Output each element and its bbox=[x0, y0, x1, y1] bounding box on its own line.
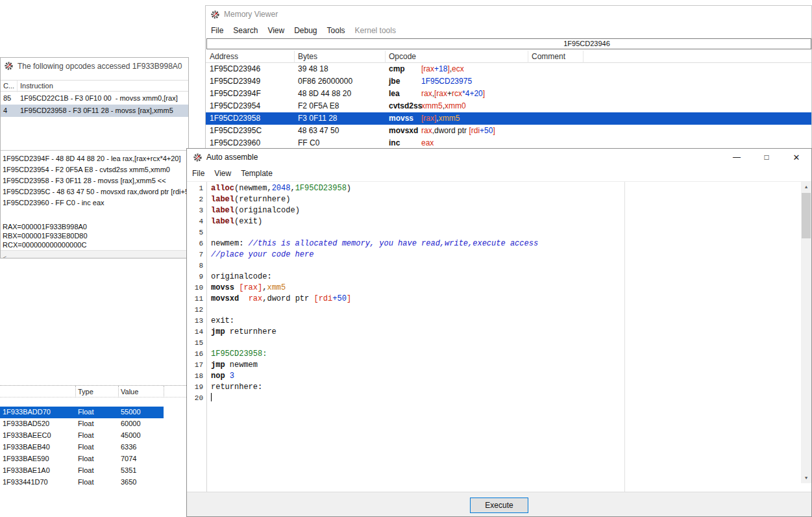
cell-type: Float bbox=[78, 466, 93, 474]
maximize-button[interactable]: □ bbox=[752, 149, 781, 166]
code-line: nop 3 bbox=[211, 371, 798, 382]
code-token: movss bbox=[211, 283, 234, 292]
table-row[interactable]: 1F933BAEEC0Float45000 bbox=[0, 430, 189, 442]
disasm-operands: xmm5,xmm0 bbox=[421, 101, 466, 110]
column-separator bbox=[583, 51, 584, 63]
disasm-row[interactable]: 1F95CD2395C48 63 47 50movsxdrax,dword pt… bbox=[206, 125, 811, 137]
horizontal-scrollbar[interactable]: < bbox=[1, 250, 188, 258]
code-line: originalcode: bbox=[211, 271, 798, 283]
menu-item-template[interactable]: Template bbox=[241, 169, 273, 178]
table-row[interactable]: 1F933BADD70Float55000 bbox=[0, 407, 189, 418]
menu-item-kernel-tools[interactable]: Kernel tools bbox=[355, 26, 396, 35]
desktop: Memory Viewer FileSearchViewDebugToolsKe… bbox=[0, 0, 812, 517]
menu-item-search[interactable]: Search bbox=[233, 26, 258, 35]
disasm-bytes: 39 48 18 bbox=[298, 64, 328, 73]
context-line: 1F95CD23958 - F3 0F11 28 - movss [rax],x… bbox=[1, 175, 188, 186]
code-line: movss [rax],xmm5 bbox=[211, 283, 798, 294]
column-separator bbox=[385, 51, 386, 63]
code-token: ,dword ptr bbox=[262, 294, 314, 303]
code-token: returnhere: bbox=[211, 383, 262, 392]
code-token: jmp bbox=[211, 360, 225, 370]
disasm-row[interactable]: 1F95CD239490F86 26000000jbe1F95CD23975 bbox=[206, 75, 811, 88]
menu-item-debug[interactable]: Debug bbox=[294, 26, 317, 35]
opcode-instruction: 1F95CD22C1B - F3 0F10 00 - movss xmm0,[r… bbox=[20, 94, 178, 102]
register-line: RCX=000000000000000C bbox=[3, 240, 88, 249]
scroll-down-arrow-icon[interactable]: ▼ bbox=[801, 473, 811, 483]
line-number: 5 bbox=[187, 227, 206, 238]
column-header-value[interactable]: Value bbox=[121, 388, 138, 396]
table-row[interactable]: 1F933BAD520Float60000 bbox=[0, 418, 189, 430]
assembly-editor[interactable]: 1234567891011121314151617181920 alloc(ne… bbox=[187, 181, 811, 493]
disasm-address: 1F95CD2395C bbox=[210, 126, 262, 135]
cell-type: Float bbox=[78, 455, 93, 462]
disasm-row[interactable]: 1F95CD23954F2 0F5A E8cvtsd2ssxmm5,xmm0 bbox=[206, 100, 811, 112]
line-number: 2 bbox=[187, 194, 206, 205]
cell-type: Float bbox=[78, 431, 93, 439]
code-token: *4+20 bbox=[462, 89, 483, 98]
memory-viewer-titlebar[interactable]: Memory Viewer bbox=[206, 6, 811, 23]
disasm-operands: rax,dword ptr [rdi+50] bbox=[421, 126, 495, 135]
code-token: rax bbox=[421, 126, 432, 135]
opcode-list-rows: 851F95CD22C1B - F3 0F10 00 - movss xmm0,… bbox=[1, 92, 188, 117]
cell-address: 1F933441D70 bbox=[3, 478, 48, 486]
code-line: movsxd rax,dword ptr [rdi+50] bbox=[211, 294, 798, 305]
line-number: 11 bbox=[187, 294, 206, 305]
disasm-row[interactable]: 1F95CD2394F48 8D 44 88 20learax,[rax+rcx… bbox=[206, 88, 811, 100]
menu-item-view[interactable]: View bbox=[267, 26, 284, 35]
menu-item-file[interactable]: File bbox=[192, 169, 204, 178]
code-token bbox=[239, 294, 248, 303]
line-number: 9 bbox=[187, 271, 206, 283]
execute-button[interactable]: Execute bbox=[470, 498, 528, 513]
cell-value: 5351 bbox=[121, 466, 136, 474]
opcode-list-row[interactable]: 41F95CD23958 - F3 0F11 28 - movss [rax],… bbox=[1, 105, 188, 117]
address-bar[interactable]: 1F95CD23946 bbox=[206, 38, 811, 49]
cell-type: Float bbox=[78, 443, 93, 451]
menu-item-file[interactable]: File bbox=[211, 26, 223, 35]
column-header-count[interactable]: C... bbox=[3, 82, 14, 90]
table-row[interactable]: 1F933BAE590Float7074 bbox=[0, 453, 189, 465]
scroll-up-arrow-icon[interactable]: ▲ bbox=[801, 182, 811, 192]
code-token: newmem: bbox=[211, 239, 249, 248]
table-row[interactable]: 1F933BAE1A0Float5351 bbox=[0, 465, 189, 477]
scrollbar-thumb[interactable] bbox=[802, 193, 811, 238]
opcode-list-row[interactable]: 851F95CD22C1B - F3 0F10 00 - movss xmm0,… bbox=[1, 92, 188, 105]
minimize-button[interactable]: — bbox=[722, 149, 752, 166]
line-number: 18 bbox=[187, 371, 206, 382]
cheat-engine-logo-icon bbox=[193, 153, 203, 162]
opcode-count: 4 bbox=[3, 107, 7, 114]
address-table-rows: 1F933BADD70Float550001F933BAD520Float600… bbox=[0, 407, 189, 488]
column-header-comment[interactable]: Comment bbox=[532, 52, 565, 61]
column-header-instruction[interactable]: Instruction bbox=[20, 82, 53, 90]
opcode-count: 85 bbox=[3, 94, 11, 102]
disasm-mnemonic: lea bbox=[389, 89, 400, 98]
column-header-bytes[interactable]: Bytes bbox=[298, 52, 317, 61]
code-token: (returnhere) bbox=[234, 195, 290, 204]
code-token: xmm5 bbox=[439, 114, 460, 123]
column-header-address[interactable]: Address bbox=[210, 52, 238, 61]
opcode-list-titlebar[interactable]: The following opcodes accessed 1F933B998… bbox=[1, 58, 188, 74]
close-button[interactable]: ✕ bbox=[781, 149, 811, 166]
cell-type: Float bbox=[78, 420, 93, 427]
table-row[interactable]: 1F933BAEB40Float6336 bbox=[0, 442, 189, 453]
table-row[interactable]: 1F933441D70Float3650 bbox=[0, 477, 189, 488]
disasm-address: 1F95CD23960 bbox=[210, 138, 260, 147]
code-token: originalcode: bbox=[211, 272, 272, 281]
editor-vertical-scrollbar[interactable]: ▲ ▼ bbox=[801, 182, 811, 483]
auto-assemble-titlebar[interactable]: Auto assemble — □ ✕ bbox=[187, 149, 811, 166]
disasm-row[interactable]: 1F95CD23958F3 0F11 28movss[rax],xmm5 bbox=[206, 112, 811, 125]
code-token: +50 bbox=[332, 294, 347, 303]
context-line: 1F95CD23954 - F2 0F5A E8 - cvtsd2ss xmm5… bbox=[1, 164, 188, 175]
disasm-row[interactable]: 1F95CD2394639 48 18cmp[rax+18],ecx bbox=[206, 63, 811, 75]
code-token: , bbox=[290, 184, 295, 193]
code-line: label(returnhere) bbox=[211, 194, 798, 205]
column-header-type[interactable]: Type bbox=[78, 388, 93, 396]
auto-assemble-title: Auto assemble bbox=[206, 153, 258, 162]
scroll-left-arrow-icon[interactable]: < bbox=[1, 255, 9, 258]
menu-item-tools[interactable]: Tools bbox=[327, 26, 345, 35]
code-line bbox=[211, 260, 798, 271]
menu-item-view[interactable]: View bbox=[214, 169, 231, 178]
disasm-mnemonic: inc bbox=[389, 138, 400, 147]
column-header-opcode[interactable]: Opcode bbox=[389, 52, 416, 61]
code-token: (exit) bbox=[234, 217, 262, 226]
cell-type: Float bbox=[78, 478, 93, 486]
